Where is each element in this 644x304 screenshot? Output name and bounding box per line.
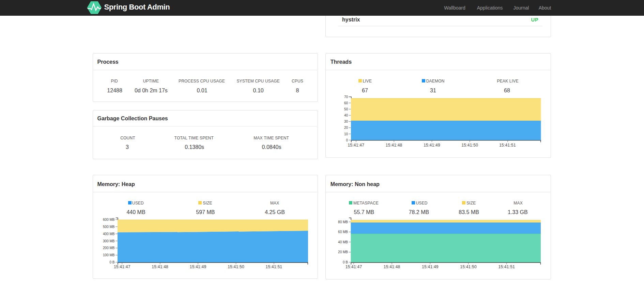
svg-text:15:41:47: 15:41:47	[346, 264, 362, 269]
svg-text:10: 10	[344, 132, 348, 136]
svg-text:0 B: 0 B	[109, 260, 114, 264]
svg-text:200 MB: 200 MB	[103, 246, 115, 250]
svg-text:80 MB: 80 MB	[338, 220, 348, 224]
svg-text:15:41:49: 15:41:49	[422, 264, 439, 269]
svg-text:15:41:51: 15:41:51	[499, 143, 516, 148]
svg-text:60: 60	[344, 101, 348, 105]
svg-text:15:41:51: 15:41:51	[266, 264, 282, 269]
svg-text:50: 50	[344, 107, 348, 111]
svg-text:400 MB: 400 MB	[103, 232, 115, 236]
svg-text:15:41:50: 15:41:50	[228, 264, 244, 269]
svg-text:40: 40	[344, 113, 348, 117]
svg-text:40 MB: 40 MB	[338, 240, 348, 244]
svg-text:15:41:48: 15:41:48	[386, 143, 402, 148]
svg-text:15:41:50: 15:41:50	[460, 264, 477, 269]
svg-text:300 MB: 300 MB	[103, 239, 115, 243]
svg-text:100 MB: 100 MB	[103, 253, 115, 257]
svg-text:60 MB: 60 MB	[338, 230, 348, 234]
svg-text:15:41:50: 15:41:50	[461, 143, 478, 148]
svg-text:15:41:49: 15:41:49	[190, 264, 206, 269]
svg-text:20: 20	[344, 126, 348, 130]
svg-text:15:41:48: 15:41:48	[152, 264, 168, 269]
svg-text:15:41:47: 15:41:47	[114, 264, 131, 269]
svg-text:0 B: 0 B	[343, 260, 348, 264]
svg-text:30: 30	[344, 120, 348, 123]
svg-text:15:41:49: 15:41:49	[424, 143, 440, 148]
svg-text:15:41:47: 15:41:47	[348, 143, 364, 148]
svg-text:15:41:51: 15:41:51	[498, 264, 515, 269]
svg-text:0: 0	[346, 138, 348, 142]
svg-text:70: 70	[344, 95, 348, 99]
svg-text:600 MB: 600 MB	[103, 218, 115, 222]
svg-text:15:41:48: 15:41:48	[384, 264, 400, 269]
svg-text:20 MB: 20 MB	[338, 250, 348, 254]
svg-text:500 MB: 500 MB	[103, 225, 115, 229]
